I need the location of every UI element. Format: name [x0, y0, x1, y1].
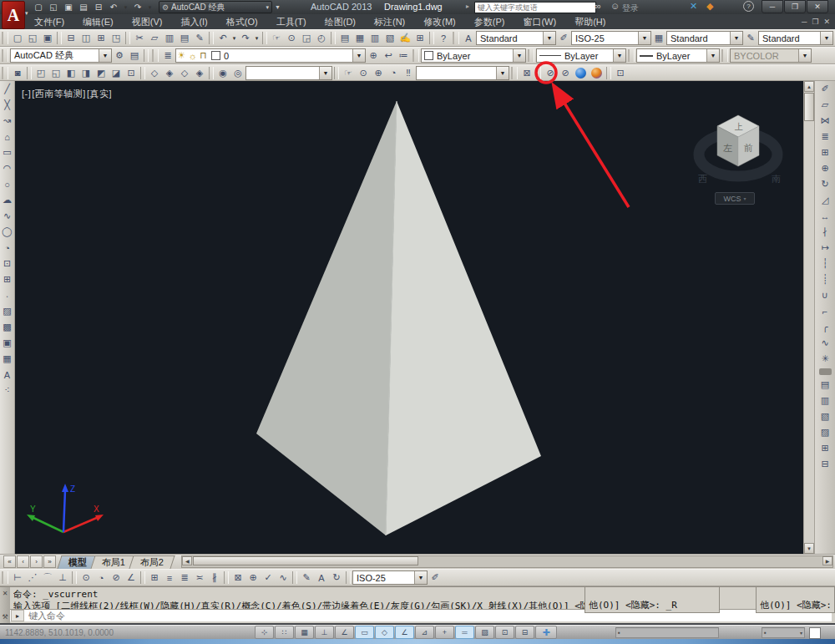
toolbar-grip[interactable]	[412, 49, 419, 62]
bring-above-icon[interactable]: ▧	[818, 408, 832, 424]
status-tray[interactable]: ▪	[615, 627, 719, 638]
line-icon[interactable]: ╱	[0, 81, 14, 97]
redo-dropdown-icon[interactable]: ▾	[253, 31, 261, 45]
trim-icon[interactable]: ∤	[818, 224, 832, 240]
arc-icon[interactable]: ◠	[0, 160, 14, 176]
first-tab-button[interactable]: «	[3, 555, 16, 568]
nw-isometric-icon[interactable]: ◈	[192, 66, 207, 80]
toolbar-overflow-icon[interactable]: ▼	[275, 4, 281, 10]
undo-icon[interactable]: ↶	[107, 2, 120, 13]
help-icon[interactable]: ?	[436, 31, 451, 45]
layer-combo[interactable]: ☀ ☼ ⊓ 0 ▼	[175, 48, 366, 63]
camera-icon[interactable]: ◉	[215, 66, 230, 80]
maximize-button[interactable]: ❐	[784, 0, 806, 13]
redo-icon[interactable]: ↷	[238, 31, 253, 45]
mleader-style-combo[interactable]: Standard ▼	[758, 31, 833, 45]
menu-format[interactable]: 格式(O)	[217, 16, 267, 28]
toolbar-grip[interactable]	[2, 571, 8, 584]
toolbar-icon[interactable]	[331, 32, 336, 44]
recent-commands-icon[interactable]: ▸	[11, 610, 24, 621]
next-tab-button[interactable]: ›	[30, 555, 43, 568]
layer-previous-icon[interactable]: ↩	[381, 48, 396, 63]
linear-dim-icon[interactable]: ⊢	[10, 570, 25, 585]
aligned-dim-icon[interactable]: ⋰	[25, 570, 40, 585]
polyline-icon[interactable]: ↝	[0, 113, 14, 129]
chevron-down-icon[interactable]: ▼	[543, 32, 555, 44]
baseline-dim-icon[interactable]: ≡	[162, 570, 177, 585]
compass-west-label[interactable]: 西	[698, 174, 707, 184]
lineweight-combo[interactable]: ByLayer ▼	[636, 48, 720, 63]
copy-clip-icon[interactable]: ▱	[147, 31, 162, 45]
move-icon[interactable]: ⊕	[818, 160, 832, 176]
dimension-icon[interactable]	[72, 571, 77, 584]
annotation-monitor-toggle[interactable]: ✚	[535, 626, 557, 639]
layer-freeze-icon[interactable]: ☼	[187, 48, 198, 63]
dim-space-icon[interactable]: ≍	[192, 570, 207, 585]
dim-text-edit-icon[interactable]: A	[314, 570, 329, 585]
zoom-icon[interactable]: ⊙	[356, 66, 371, 80]
table-icon[interactable]: ▦	[0, 351, 14, 367]
toolbar-grip[interactable]	[721, 49, 728, 62]
chevron-down-icon[interactable]: ▼	[319, 67, 331, 79]
viewcube-left-label[interactable]: 左	[723, 143, 732, 153]
workspace-switcher[interactable]: ⚙ AutoCAD 经典 ▾	[159, 1, 272, 13]
toolbar-icon[interactable]	[57, 32, 62, 44]
search-input[interactable]	[474, 2, 596, 13]
pan-icon[interactable]: ☞	[341, 66, 356, 80]
arc-length-dim-icon[interactable]: ⌒	[40, 570, 55, 585]
ellipse-arc-icon[interactable]: ◔	[0, 240, 14, 256]
lock-icon[interactable]: ◆	[706, 1, 713, 12]
ne-isometric-icon[interactable]: ◇	[177, 66, 192, 80]
break-icon[interactable]: ┊	[818, 271, 832, 287]
menu-edit[interactable]: 编辑(E)	[73, 16, 123, 28]
table-style-combo[interactable]: Standard ▼	[666, 31, 743, 45]
tolerance-icon[interactable]: ⊠	[230, 570, 245, 585]
menu-parametric[interactable]: 参数(P)	[465, 16, 514, 28]
pyramid-solid[interactable]	[15, 81, 803, 554]
explode-icon[interactable]: ✳	[818, 351, 832, 367]
scrollbar-thumb[interactable]	[193, 556, 418, 565]
paste-icon[interactable]: ▥	[162, 31, 177, 45]
chamfer-icon[interactable]: ⌐	[818, 303, 832, 319]
selection-cycling-toggle[interactable]: ⊟	[515, 626, 534, 639]
paste-block-icon[interactable]: ▤	[177, 31, 192, 45]
workspace-settings-icon[interactable]: ⚙	[112, 48, 127, 63]
horizontal-scrollbar[interactable]: ◀ ▶	[181, 555, 833, 568]
view-previous-icon[interactable]: ◎	[230, 66, 245, 80]
snap-toggle[interactable]: ∷	[275, 626, 294, 639]
toolbar-grip[interactable]	[2, 67, 8, 79]
toolbar-icon[interactable]	[429, 32, 434, 44]
menu-window[interactable]: 窗口(W)	[514, 16, 565, 28]
region-icon[interactable]: ▣	[0, 335, 14, 351]
named-view-combo[interactable]: ▼	[245, 66, 332, 80]
lineweight-toggle[interactable]: ═	[455, 626, 474, 639]
dim-break-icon[interactable]: ∦	[207, 570, 222, 585]
stretch-icon[interactable]: ↔	[818, 208, 832, 224]
zoom-realtime-icon[interactable]: ⊙	[284, 31, 299, 45]
help-icon[interactable]: ?	[743, 1, 754, 12]
zoom-window-icon[interactable]: ◲	[299, 31, 314, 45]
view-icon[interactable]	[209, 67, 214, 79]
view-box-icon[interactable]: ⊡	[124, 66, 139, 80]
dim-style-icon[interactable]: ✐	[428, 570, 443, 585]
modify-icon[interactable]	[819, 368, 832, 375]
compass-south-label[interactable]: 南	[772, 174, 781, 184]
bring-to-front-icon[interactable]: ▤	[818, 377, 832, 393]
view-scale-combo[interactable]: ▼	[416, 66, 509, 80]
chevron-down-icon[interactable]: ▼	[352, 49, 365, 62]
menu-dimension[interactable]: 标注(N)	[365, 16, 414, 28]
dimension-icon[interactable]	[224, 571, 229, 584]
wireframe-style-button[interactable]: ⊘	[543, 66, 558, 80]
view-cube[interactable]: 西 南 上 左 前	[691, 103, 785, 205]
redo-icon[interactable]: ↷	[131, 2, 144, 13]
layer-lock-icon[interactable]: ⊓	[198, 48, 209, 63]
quick-properties-toggle[interactable]: ⊡	[495, 626, 514, 639]
scroll-right-button[interactable]: ▶	[822, 556, 832, 565]
table-style-icon[interactable]: ▦	[651, 31, 666, 45]
match-properties-icon[interactable]: ✎	[192, 31, 207, 45]
chevron-down-icon[interactable]: ▼	[613, 49, 625, 62]
dimension-icon[interactable]	[346, 571, 351, 584]
show-motion-icon[interactable]: ‼	[401, 66, 416, 80]
export-dwf-icon[interactable]: ◳	[109, 31, 124, 45]
toolbar-grip[interactable]	[2, 32, 8, 44]
